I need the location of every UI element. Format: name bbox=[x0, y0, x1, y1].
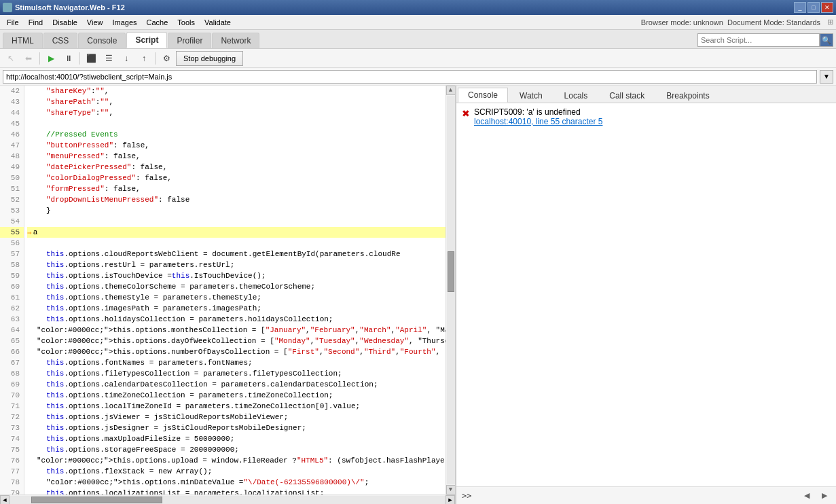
tab-script[interactable]: Script bbox=[126, 32, 167, 48]
menu-images[interactable]: Images bbox=[108, 17, 141, 28]
toolbar-stepover-button[interactable]: ☰ bbox=[101, 51, 117, 66]
toolbar-cursor-button[interactable]: ↖ bbox=[3, 51, 19, 66]
h-scroll-thumb[interactable] bbox=[31, 497, 162, 503]
tab-css[interactable]: CSS bbox=[43, 33, 78, 48]
scroll-right-button[interactable]: ► bbox=[446, 495, 455, 505]
menubar: File Find Disable View Images Cache Tool… bbox=[0, 15, 836, 30]
right-bottom-bar: >> ◀ ▶ bbox=[456, 486, 836, 504]
toolbar: ↖ ⬅ ▶ ⏸ ⬛ ☰ ↓ ↑ ⚙ Stop debugging bbox=[0, 49, 836, 68]
main-content: 4243444546474849505152535455565758596061… bbox=[0, 86, 836, 504]
toolbar-settings-button[interactable]: ⚙ bbox=[158, 51, 175, 66]
code-area: 4243444546474849505152535455565758596061… bbox=[0, 86, 455, 494]
code-content[interactable]: "shareKey": "", "sharePath": "", "shareT… bbox=[24, 86, 446, 494]
code-scrollbar[interactable]: ▲ ▼ bbox=[446, 86, 455, 494]
scroll-track[interactable] bbox=[447, 96, 455, 484]
scroll-left-button[interactable]: ◄ bbox=[0, 495, 10, 505]
scroll-thumb[interactable] bbox=[448, 251, 454, 292]
right-tab-breakpoints[interactable]: Breakpoints bbox=[656, 88, 719, 103]
menu-cache[interactable]: Cache bbox=[143, 17, 172, 28]
right-tab-callstack[interactable]: Call stack bbox=[599, 88, 655, 103]
error-link[interactable]: localhost:40010, line 55 character 5 bbox=[474, 117, 602, 126]
tab-html[interactable]: HTML bbox=[3, 33, 43, 48]
right-tab-console[interactable]: Console bbox=[458, 88, 508, 103]
right-tab-watch[interactable]: Watch bbox=[509, 88, 553, 103]
minimize-button[interactable]: _ bbox=[794, 2, 806, 13]
console-prompt: >> bbox=[462, 491, 471, 501]
right-tab-bar: Console Watch Locals Call stack Breakpoi… bbox=[456, 86, 836, 103]
url-input[interactable] bbox=[3, 70, 817, 84]
search-script-input[interactable] bbox=[697, 33, 820, 47]
tab-console[interactable]: Console bbox=[78, 33, 126, 48]
tab-profiler[interactable]: Profiler bbox=[168, 33, 211, 48]
menu-disable[interactable]: Disable bbox=[48, 17, 81, 28]
nav-forward-button[interactable]: ▶ bbox=[818, 490, 831, 502]
console-area: ✖ SCRIPT5009: 'a' is undefined localhost… bbox=[456, 103, 836, 486]
toolbar-stepinto-button[interactable]: ⬛ bbox=[83, 51, 99, 66]
maximize-button[interactable]: □ bbox=[807, 2, 820, 13]
toolbar-run-button[interactable]: ▶ bbox=[43, 51, 59, 66]
nav-back-button[interactable]: ◀ bbox=[801, 490, 813, 502]
error-entry: ✖ SCRIPT5009: 'a' is undefined localhost… bbox=[462, 107, 831, 126]
titlebar-left: Stimulsoft Navigator.Web - F12 bbox=[3, 3, 125, 12]
stop-debugging-button[interactable]: Stop debugging bbox=[176, 51, 243, 66]
search-script-container: 🔍 bbox=[697, 33, 833, 47]
titlebar: Stimulsoft Navigator.Web - F12 _ □ ✕ bbox=[0, 0, 836, 15]
right-panel: Console Watch Locals Call stack Breakpoi… bbox=[456, 86, 836, 504]
toolbar-pause-button[interactable]: ⏸ bbox=[60, 51, 77, 66]
app-icon bbox=[3, 3, 12, 12]
menu-find[interactable]: Find bbox=[24, 17, 47, 28]
browser-mode-label: Browser mode: unknown Document Mode: Sta… bbox=[641, 18, 820, 26]
menu-tools[interactable]: Tools bbox=[173, 17, 199, 28]
menu-file[interactable]: File bbox=[3, 17, 23, 28]
error-message: SCRIPT5009: 'a' is undefined bbox=[474, 107, 581, 117]
horizontal-scrollbar[interactable]: ◄ ► bbox=[0, 494, 455, 504]
toolbar-stepout-button[interactable]: ↓ bbox=[118, 51, 134, 66]
scroll-up-button[interactable]: ▲ bbox=[446, 86, 456, 95]
search-script-button[interactable]: 🔍 bbox=[820, 33, 833, 47]
menu-view[interactable]: View bbox=[83, 17, 107, 28]
error-icon: ✖ bbox=[462, 108, 470, 119]
scroll-down-button[interactable]: ▼ bbox=[446, 485, 456, 494]
toolbar-separator-2 bbox=[79, 52, 80, 65]
titlebar-title: Stimulsoft Navigator.Web - F12 bbox=[15, 3, 125, 12]
line-numbers: 4243444546474849505152535455565758596061… bbox=[0, 86, 24, 494]
devtools-tab-bar: HTML CSS Console Script Profiler Network… bbox=[0, 30, 836, 49]
toolbar-separator-3 bbox=[155, 52, 156, 65]
url-expand-button[interactable]: ▼ bbox=[820, 70, 833, 84]
toolbar-stepin-button[interactable]: ↑ bbox=[136, 51, 152, 66]
code-panel: 4243444546474849505152535455565758596061… bbox=[0, 86, 456, 504]
error-details: SCRIPT5009: 'a' is undefined localhost:4… bbox=[474, 107, 602, 126]
url-bar: ▼ bbox=[0, 68, 836, 86]
right-tab-locals[interactable]: Locals bbox=[554, 88, 598, 103]
tab-network[interactable]: Network bbox=[212, 33, 259, 48]
toolbar-back-button: ⬅ bbox=[20, 51, 37, 66]
titlebar-controls[interactable]: _ □ ✕ bbox=[794, 2, 833, 13]
maximize-icon: ⊞ bbox=[827, 18, 833, 26]
close-button[interactable]: ✕ bbox=[821, 2, 833, 13]
toolbar-separator-1 bbox=[39, 52, 40, 65]
menu-validate[interactable]: Validate bbox=[200, 17, 235, 28]
